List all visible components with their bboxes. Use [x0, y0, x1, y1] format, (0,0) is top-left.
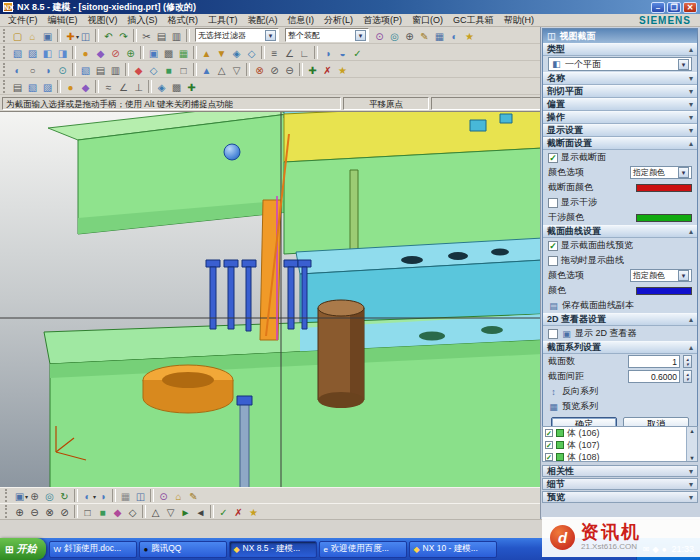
unite-icon[interactable]: ⊖ [282, 62, 297, 77]
cap-color-option-combo[interactable]: 指定颜色 ▾ [630, 166, 692, 179]
assembly-icon[interactable]: ▧ [25, 79, 40, 94]
pattern-icon[interactable]: ▩ [161, 45, 176, 60]
copy-icon[interactable]: ▤ [154, 28, 169, 43]
section-type-combo[interactable]: ◧ 一个平面 ▾ [548, 57, 692, 71]
dialog-titlebar[interactable]: ◫ 视图截面 [543, 29, 697, 43]
body-insert[interactable] [260, 200, 281, 340]
cut-icon[interactable]: ✂ [139, 28, 154, 43]
datum-plane-icon[interactable]: ▧ [10, 45, 25, 60]
section-header-name[interactable]: 名称▾ [543, 72, 697, 85]
undo-icon[interactable]: ↶ [101, 28, 116, 43]
scroll-up-icon[interactable]: ▴ [690, 427, 693, 434]
cone-icon[interactable]: ▲ [199, 62, 214, 77]
front-view-icon[interactable]: ▥ [108, 62, 123, 77]
show-2d-viewer-checkbox[interactable] [548, 329, 558, 339]
annotation-icon[interactable]: ✎ [186, 488, 201, 503]
section-header-cap[interactable]: 截断面设置▴ [543, 137, 697, 150]
open-icon[interactable]: ⌂ [25, 28, 40, 43]
curve-color-option-combo[interactable]: 指定颜色 ▾ [630, 269, 692, 282]
menu-item[interactable]: 窗口(O) [407, 14, 448, 27]
menu-item[interactable]: 工具(T) [203, 14, 243, 27]
isometric-icon[interactable]: ▧ [78, 62, 93, 77]
section-count-spinner[interactable]: ▴▾ [683, 355, 692, 368]
dependencies-bar[interactable]: 相关性▾ [542, 465, 698, 477]
snap-quadrant-icon[interactable]: □ [80, 504, 95, 519]
edit-icon[interactable]: ✎ [417, 28, 432, 43]
enable-snap-icon[interactable]: ✓ [216, 504, 231, 519]
intersect-icon[interactable]: ⊘ [267, 62, 282, 77]
preview-series-button[interactable]: ▦ 预览系列 [543, 399, 697, 414]
tree-scrollbar[interactable]: ▴ ▾ [686, 427, 697, 461]
tree-item[interactable]: ✓体 (107) [543, 439, 686, 451]
section-header-2d-viewer[interactable]: 2D 查看器设置▴ [543, 313, 697, 326]
block-icon[interactable]: ◆ [93, 45, 108, 60]
viewport-canvas[interactable] [0, 112, 543, 487]
fit-view-icon[interactable]: ▣▾ [12, 488, 27, 503]
datum-csys-icon[interactable]: ◆ [131, 62, 146, 77]
toolbar-grip[interactable] [3, 46, 7, 59]
taskbar-item[interactable]: ◆NX 10 - 建模... [409, 541, 497, 558]
selection-scope-combo[interactable]: 整个装配 ▾ [285, 28, 369, 42]
wave-link-icon[interactable]: ◈ [154, 79, 169, 94]
section-header-plane[interactable]: 剖切平面▾ [543, 85, 697, 98]
taskbar-item[interactable]: ●腾讯QQ [139, 541, 227, 558]
roles-icon[interactable]: ★ [335, 62, 350, 77]
shade-icon[interactable]: ◐ [447, 28, 462, 43]
toolbar-grip[interactable] [3, 63, 7, 76]
center-view-icon[interactable]: ⊙ [55, 62, 70, 77]
close-button[interactable]: ✕ [683, 2, 697, 13]
body-ejector-rod[interactable] [240, 404, 249, 487]
start-menu-icon[interactable]: ✚▾ [63, 28, 78, 43]
perpendicular-icon[interactable]: ⊥ [131, 79, 146, 94]
boss-icon[interactable]: ⊕ [123, 45, 138, 60]
snap-point-icon[interactable]: ⊙ [372, 28, 387, 43]
solid-icon[interactable]: ■ [161, 62, 176, 77]
menu-item[interactable]: 信息(I) [283, 14, 320, 27]
grid-icon[interactable]: ▦ [432, 28, 447, 43]
preview-bar[interactable]: 预览▾ [542, 491, 698, 503]
taskbar-item[interactable]: ◆NX 8.5 - 建模... [229, 541, 317, 558]
section-origin-handle[interactable] [224, 144, 240, 160]
show-interference-checkbox[interactable] [548, 198, 558, 208]
mirror-assembly-icon[interactable]: ◆ [78, 79, 93, 94]
taper-icon[interactable]: ▽ [229, 62, 244, 77]
drag-show-curve-checkbox[interactable] [548, 256, 558, 266]
sketch-curve-icon[interactable]: ◇ [146, 62, 161, 77]
menu-item[interactable]: 分析(L) [319, 14, 358, 27]
snap-midpoint-icon[interactable]: ⊖ [27, 504, 42, 519]
snap-center-icon[interactable]: ⊘ [57, 504, 72, 519]
menu-item[interactable]: 编辑(E) [43, 14, 83, 27]
extrude-icon[interactable]: ◧ [40, 45, 55, 60]
sketch-icon[interactable]: ◫ [78, 28, 93, 43]
taskbar-item[interactable]: W斜顶使用.doc... [49, 541, 137, 558]
snap-point-on-face-icon[interactable]: ◇ [125, 504, 140, 519]
render-style-icon[interactable]: ◐▾ [80, 488, 95, 503]
minimize-button[interactable]: – [651, 2, 665, 13]
taskbar-item[interactable]: e欢迎使用百度... [319, 541, 407, 558]
menu-item[interactable]: 首选项(P) [358, 14, 407, 27]
toolbar-grip[interactable] [5, 489, 9, 502]
paste-icon[interactable]: ▥ [169, 28, 184, 43]
move-component-icon[interactable]: ● [63, 79, 78, 94]
point-icon[interactable]: ⊕ [402, 28, 417, 43]
datum-axis-icon[interactable]: ▨ [25, 45, 40, 60]
pan-icon[interactable]: ◎ [42, 488, 57, 503]
menu-item[interactable]: 格式(R) [163, 14, 204, 27]
tree-item[interactable]: ✓体 (108) [543, 451, 686, 462]
wcs-icon[interactable]: ◎ [387, 28, 402, 43]
measure-angle-icon[interactable]: ∠ [282, 45, 297, 60]
home-view-icon[interactable]: ⌂ [171, 488, 186, 503]
curve-color-swatch[interactable] [636, 287, 692, 295]
shell-icon[interactable]: ◇ [244, 45, 259, 60]
half-shade-icon[interactable]: ◑ [40, 62, 55, 77]
snap-icon[interactable]: ⊙ [156, 488, 171, 503]
snap-vertex-icon[interactable]: △ [148, 504, 163, 519]
interference-color-swatch[interactable] [636, 214, 692, 222]
play-icon[interactable]: ► [178, 504, 193, 519]
angle-icon[interactable]: ∠ [116, 79, 131, 94]
measure-distance-icon[interactable]: ∟ [297, 45, 312, 60]
scroll-down-icon[interactable]: ▾ [690, 454, 693, 461]
zoom-icon[interactable]: ⊕ [27, 488, 42, 503]
details-bar[interactable]: 细节▾ [542, 478, 698, 490]
orient-view-icon[interactable]: ◒ [335, 45, 350, 60]
